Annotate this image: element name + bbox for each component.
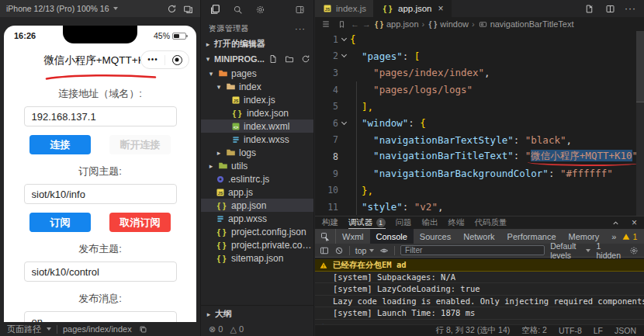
devtools-tab-console[interactable]: Console [370,229,414,244]
project-root-row[interactable]: ▾ MINIPROG... [201,51,313,67]
open-preview-icon[interactable] [583,2,595,15]
log-levels-selector[interactable]: Default levels [550,241,590,260]
publish-message-input[interactable] [24,311,177,322]
eye-icon[interactable] [379,244,389,257]
panel-tab-终端[interactable]: 终端 [448,216,465,229]
console-toolbar: top Default levels 1 hidden [315,244,644,258]
breadcrumb: ← → { }app.json›{ }window›navigationBarT… [315,17,644,31]
tree-item-index-json[interactable]: { }index.json [201,106,313,120]
fold-toggle[interactable] [338,123,350,124]
filter-input[interactable] [400,245,545,255]
tree-item-logs[interactable]: ▸logs [201,146,313,159]
split-editor-icon[interactable] [604,2,616,15]
address-input[interactable] [24,106,177,126]
breadcrumb-item-window[interactable]: { }window [428,19,469,29]
explorer-more-icon[interactable]: ··· [295,24,306,33]
clear-console-icon[interactable] [334,244,344,257]
braces-gray-icon: { } [428,19,438,29]
tree-item-app-wxss[interactable]: app.wxss [201,212,313,225]
bookmark-icon[interactable] [335,18,348,30]
code-text: "style": "v2", [350,201,443,213]
more-menu-icon[interactable]: ••• [147,56,158,64]
panel-tab-调试器[interactable]: 调试器1 [348,216,386,229]
code-editor[interactable]: 1{2 "pages": [3 "pages/index/index",4 "p… [315,31,644,216]
context-selector[interactable]: top [355,246,375,255]
capsule-menu[interactable]: ••• [140,50,189,69]
subscribe-topic-input[interactable] [24,184,177,204]
tree-item-eslintrc-js[interactable]: .eslintrc.js [201,172,313,185]
subscribe-button[interactable]: 订阅 [29,213,91,232]
tree-item-index-wxss[interactable]: index.wxss [201,133,313,146]
breadcrumb-item-app-json[interactable]: { }app.json [374,19,419,29]
outline-section[interactable]: ▸ 大纲 [201,305,313,322]
console-sidebar-icon[interactable] [320,244,329,257]
fold-toggle[interactable] [338,39,350,40]
folder-icon [218,68,228,78]
more-actions-icon[interactable]: ··· [625,3,636,14]
devtools-tab-sources[interactable]: Sources [414,229,457,244]
copy-path-icon[interactable] [137,323,150,335]
multi-device-icon[interactable] [182,2,194,15]
status-indentation[interactable]: 空格: 2 [521,325,547,336]
panel-close-icon[interactable]: × [632,217,637,228]
breadcrumb-item-navigationbartitletext[interactable]: navigationBarTitleText [478,19,574,29]
tree-item-app-json[interactable]: { }app.json [201,199,313,212]
code-line-7: 7 "navigationBarTextStyle": "black", [315,132,644,149]
collapse-sidebar-icon[interactable] [293,3,306,16]
panel-tab-构建[interactable]: 构建 [322,216,338,229]
page-path-label[interactable]: 页面路径 [7,324,41,335]
tree-item-project-config-json[interactable]: { }project.config.json [201,225,313,238]
status-cursor-position[interactable]: 行 8, 列 32 (选中 14) [436,325,511,336]
settings-gear-icon[interactable] [254,3,266,16]
disconnect-button[interactable]: 断开连接 [109,135,171,154]
tree-item-index-wxml[interactable]: <>index.wxml [201,120,313,133]
console-message-text: [system] Subpackages: N/A [333,272,455,282]
device-selector[interactable]: iPhone 12/13 (Pro) 100% 16 [6,4,109,13]
problems-status[interactable]: ⊗ 0 △ 0 [201,322,313,336]
refresh-icon[interactable] [299,53,312,65]
tree-item-label: index.js [244,95,275,106]
devtools-warning-badge[interactable]: 1 [622,232,637,241]
editor-scrollbar[interactable] [636,31,644,216]
rotate-device-icon[interactable] [165,2,178,15]
outline-list-icon[interactable] [320,18,332,30]
fold-toggle[interactable] [338,55,350,57]
search-icon[interactable] [231,3,244,16]
tree-item-pages[interactable]: ▾pages [201,67,313,80]
status-eol[interactable]: LF [594,326,603,335]
chevron-down-icon[interactable] [47,327,51,331]
close-tab-icon[interactable]: × [438,3,443,14]
tree-item-project-private-config-js[interactable]: { }project.private.config.js... [201,238,313,251]
new-folder-icon[interactable] [283,53,296,65]
panel-tab-问题[interactable]: 问题 [396,216,412,229]
inspect-element-icon[interactable] [315,229,336,244]
tree-item-utils[interactable]: ▸utils [201,159,313,172]
hidden-count[interactable]: 1 hidden [596,241,622,260]
tab-app-json[interactable]: { }app.json× [374,0,452,17]
open-editors-section[interactable]: ▸ 打开的编辑器 [201,36,313,51]
status-language-mode[interactable]: JSON [615,326,636,335]
code-text: "pages/index/index", [350,67,490,78]
close-capsule-icon[interactable] [172,55,182,65]
nav-forward-icon[interactable]: → [362,19,371,29]
chevron-down-icon[interactable] [113,7,118,10]
devtools-tab-wxml[interactable]: Wxml [336,229,370,244]
tree-item-index[interactable]: ▾index [201,80,313,93]
tree-item-app-js[interactable]: JSapp.js [201,185,313,199]
tab-index-js[interactable]: JSindex.js [315,0,374,17]
connect-button[interactable]: 连接 [29,135,91,154]
publish-topic-input[interactable] [24,262,177,282]
status-encoding[interactable]: UTF-8 [559,326,582,335]
files-icon[interactable] [209,3,221,16]
new-file-icon[interactable] [267,53,279,65]
panel-tab-代码质量[interactable]: 代码质量 [475,216,507,229]
nav-back-icon[interactable]: ← [351,19,359,29]
code-text: { [350,33,356,45]
unsubscribe-button[interactable]: 取消订阅 [109,213,171,232]
console-settings-icon[interactable] [629,244,640,257]
devtools-tab-network[interactable]: Network [457,229,500,244]
panel-tab-输出[interactable]: 输出 [422,216,438,229]
panel-maximize-icon[interactable] [610,216,622,229]
tree-item-sitemap-json[interactable]: { }sitemap.json [201,251,313,265]
tree-item-index-js[interactable]: JSindex.js [201,93,313,106]
